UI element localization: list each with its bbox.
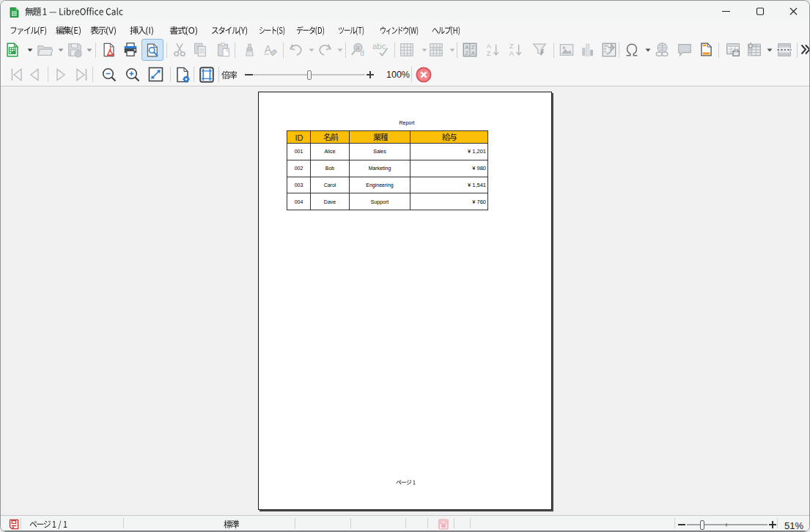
svg-text:Z: Z	[465, 50, 468, 56]
svg-text:a: a	[356, 44, 360, 51]
svg-text:Z: Z	[487, 50, 491, 57]
svg-text:A: A	[487, 43, 492, 50]
svg-text:A: A	[465, 44, 469, 51]
svg-text:Z: Z	[471, 44, 475, 51]
svg-text:Z: Z	[509, 43, 514, 50]
svg-text:A: A	[471, 50, 476, 56]
svg-text:abc: abc	[372, 42, 386, 51]
svg-text:A: A	[509, 50, 515, 57]
svg-text:d: d	[360, 49, 364, 57]
